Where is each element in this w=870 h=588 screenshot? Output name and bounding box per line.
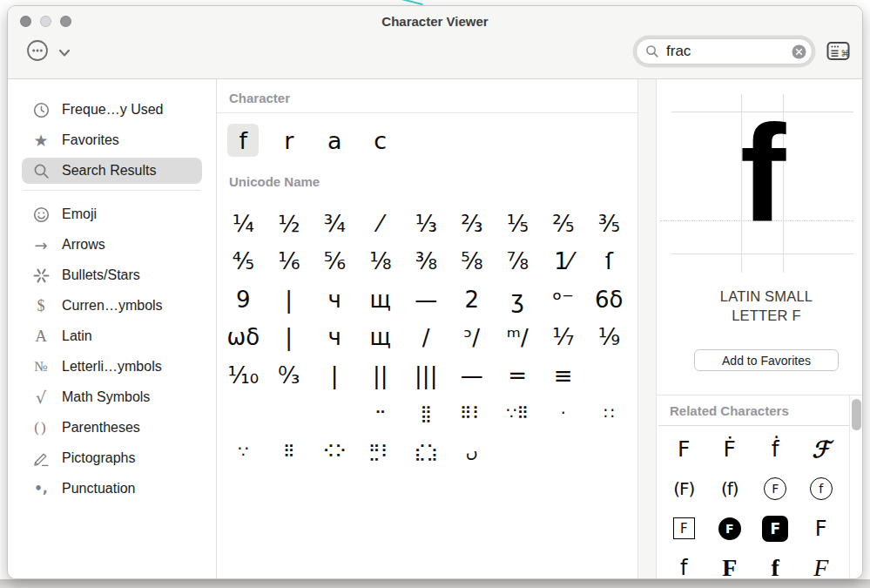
sidebar-item-parentheses[interactable]: ()Parentheses xyxy=(22,415,202,441)
character-cell[interactable]: · xyxy=(541,395,587,433)
related-character-cell[interactable]: F xyxy=(661,509,707,549)
character-cell[interactable]: ʒ xyxy=(495,280,541,319)
character-cell[interactable]: ⅙ xyxy=(266,243,313,281)
sidebar-item-letterlike-symbols[interactable]: №Letterli…ymbols xyxy=(22,354,202,380)
sidebar-item-latin[interactable]: ALatin xyxy=(22,323,202,349)
chevron-down-icon[interactable] xyxy=(58,47,71,56)
character-cell[interactable]: ⅞ xyxy=(495,243,541,281)
search-character-cell[interactable]: a xyxy=(312,123,358,158)
related-character-cell[interactable]: (F) xyxy=(661,470,707,510)
character-cell[interactable]: ½ xyxy=(266,205,313,243)
character-cell[interactable]: = xyxy=(495,356,541,395)
related-character-cell[interactable]: f xyxy=(799,470,845,510)
search-field[interactable] xyxy=(636,38,813,64)
keyboard-panel-icon[interactable]: ⌘ xyxy=(824,40,853,63)
sidebar-item-punctuation[interactable]: •,Punctuation xyxy=(22,476,202,502)
add-to-favorites-button[interactable]: Add to Favorites xyxy=(694,349,839,371)
panel-scrollbar-gutter[interactable] xyxy=(637,79,657,578)
character-cell[interactable]: 6δ xyxy=(586,280,632,319)
character-cell[interactable]: ⅔ xyxy=(449,205,496,243)
character-cell[interactable]: ¾ xyxy=(312,205,358,243)
character-cell[interactable]: ⠒ xyxy=(358,395,404,433)
character-cell[interactable]: ⅚ xyxy=(312,243,358,281)
character-cell[interactable]: ⅒ xyxy=(220,356,266,395)
character-cell[interactable]: ⅕ xyxy=(495,205,541,243)
character-cell[interactable]: ⅐ xyxy=(541,319,587,357)
sidebar-item-currency-symbols[interactable]: $Curren…ymbols xyxy=(22,293,202,319)
sidebar-item-math-symbols[interactable]: √Math Symbols xyxy=(22,384,202,410)
related-character-cell[interactable]: F xyxy=(799,549,845,580)
character-cell[interactable]: ∵⠿ xyxy=(495,395,541,433)
character-cell[interactable]: ᵐ∕ xyxy=(495,319,541,357)
character-cell[interactable]: ||| xyxy=(403,356,449,395)
related-character-cell[interactable]: F xyxy=(707,549,753,580)
character-cell[interactable]: ∕ xyxy=(403,319,449,357)
character-cell[interactable]: — xyxy=(449,356,496,395)
character-cell[interactable]: | xyxy=(266,319,313,357)
minimize-button[interactable] xyxy=(40,16,51,27)
character-cell[interactable]: | xyxy=(266,280,313,319)
character-cell[interactable]: 2 xyxy=(449,280,496,319)
related-character-cell[interactable]: F xyxy=(799,509,845,549)
character-cell[interactable]: 1⁄ xyxy=(541,243,587,281)
close-button[interactable] xyxy=(20,16,31,27)
sidebar-item-pictographs[interactable]: Pictographs xyxy=(22,445,202,471)
character-cell[interactable]: ч xyxy=(312,319,358,357)
character-cell[interactable]: ᵒ⁻ xyxy=(541,280,587,319)
character-cell[interactable]: ⅘ xyxy=(220,243,266,281)
related-character-cell[interactable]: ℱ xyxy=(799,429,845,470)
sidebar-item-search-results[interactable]: Search Results xyxy=(22,158,202,184)
sidebar-item-bullets-stars[interactable]: Bullets/Stars xyxy=(22,262,202,288)
search-character-cell[interactable]: c xyxy=(358,123,404,158)
sidebar-item-arrows[interactable]: →Arrows xyxy=(22,232,202,258)
related-character-cell[interactable]: F xyxy=(661,429,707,470)
related-character-cell[interactable]: Ḟ xyxy=(707,429,753,470)
related-character-cell[interactable]: f xyxy=(752,549,799,580)
character-cell[interactable]: ⠪⠕ xyxy=(312,432,358,470)
character-cell[interactable]: ⣎⣱ xyxy=(403,432,449,470)
related-character-cell[interactable]: ḟ xyxy=(752,429,799,470)
character-cell[interactable]: ⅓ xyxy=(403,205,449,243)
character-cell[interactable]: 9 xyxy=(220,280,266,319)
character-cell[interactable]: ⅑ xyxy=(586,319,632,357)
character-cell[interactable]: ⅖ xyxy=(541,205,587,243)
character-cell[interactable]: ⅛ xyxy=(358,243,404,281)
character-cell[interactable]: ⠿ xyxy=(266,432,313,470)
character-cell[interactable]: ≡ xyxy=(541,356,587,395)
search-character-cell[interactable]: r xyxy=(266,123,313,158)
character-cell[interactable]: ⅜ xyxy=(403,243,449,281)
character-cell[interactable]: | xyxy=(312,356,358,395)
character-cell[interactable]: ⁄ xyxy=(358,205,404,243)
search-character-cell[interactable]: f xyxy=(220,123,266,158)
character-cell[interactable]: ∵ xyxy=(220,432,266,470)
character-cell[interactable]: ∷ xyxy=(586,395,632,433)
clear-circle-icon[interactable] xyxy=(792,44,806,59)
sidebar-item-emoji[interactable]: Emoji xyxy=(22,201,202,227)
sidebar-item-favorites[interactable]: ★Favorites xyxy=(22,127,202,153)
character-cell[interactable]: ⣛⠇ xyxy=(358,432,404,470)
character-cell[interactable]: ч xyxy=(312,280,358,319)
sidebar-item-frequently-used[interactable]: Freque…y Used xyxy=(22,97,202,123)
character-cell[interactable]: ⅝ xyxy=(449,243,496,281)
related-character-cell[interactable]: F xyxy=(707,509,753,549)
character-cell[interactable]: ¼ xyxy=(220,205,266,243)
related-scrollbar-thumb[interactable] xyxy=(852,399,861,430)
character-cell[interactable]: ⠿⠇ xyxy=(449,395,496,433)
zoom-button[interactable] xyxy=(60,16,71,27)
character-cell[interactable]: щ xyxy=(358,319,404,357)
related-character-cell[interactable]: F xyxy=(752,470,799,510)
related-character-cell[interactable]: f xyxy=(661,549,707,580)
character-cell[interactable]: ωδ xyxy=(220,319,266,357)
character-cell[interactable]: ⅗ xyxy=(586,205,632,243)
character-cell[interactable]: ſ xyxy=(586,243,632,281)
ellipsis-circle-icon[interactable] xyxy=(26,39,49,62)
character-cell[interactable]: ں xyxy=(449,432,496,470)
related-character-cell[interactable]: (f) xyxy=(707,470,753,510)
character-cell[interactable]: — xyxy=(403,280,449,319)
character-cell[interactable]: || xyxy=(358,356,404,395)
search-input[interactable] xyxy=(664,42,792,61)
related-character-cell[interactable]: F xyxy=(752,509,799,549)
character-cell[interactable]: ᵓ∕ xyxy=(449,319,496,357)
character-cell[interactable]: ⣿ xyxy=(403,395,449,433)
character-cell[interactable]: ⁰⁄₃ xyxy=(266,356,313,395)
